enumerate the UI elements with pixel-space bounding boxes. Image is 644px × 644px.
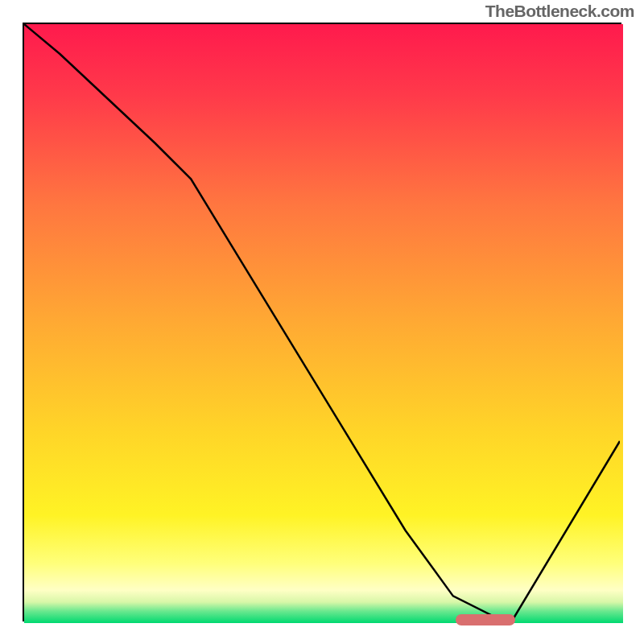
optimal-range-marker: [456, 614, 515, 625]
bottleneck-curve-path: [24, 24, 620, 620]
chart-line-layer: [24, 24, 620, 620]
chart-frame: [23, 23, 621, 621]
watermark-text: TheBottleneck.com: [485, 2, 634, 21]
